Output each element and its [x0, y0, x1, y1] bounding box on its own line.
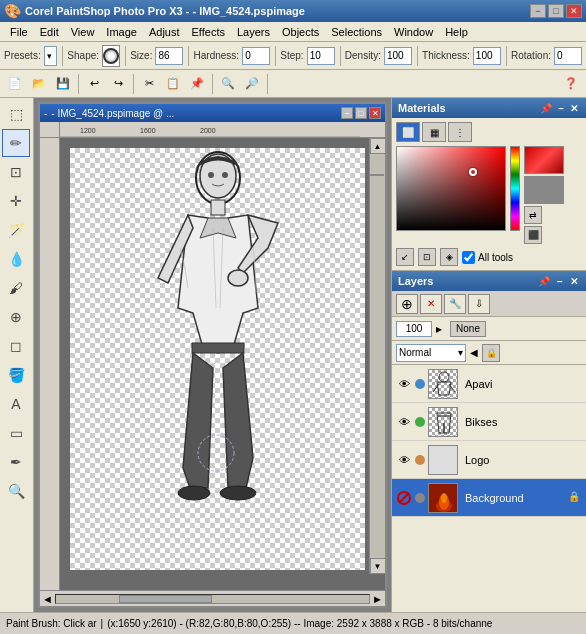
zoom-out-button[interactable]: 🔎 — [241, 73, 263, 95]
layer-item-bikses[interactable]: 👁 Bikses — [392, 403, 586, 441]
zoom-tool[interactable]: 🔍 — [2, 477, 30, 505]
rotation-input[interactable] — [554, 47, 582, 65]
doc-restore-button[interactable]: □ — [355, 107, 367, 119]
hue-slider[interactable] — [510, 146, 520, 231]
fill-tool[interactable]: 🪣 — [2, 361, 30, 389]
none-button[interactable]: None — [450, 321, 486, 337]
text-tool[interactable]: A — [2, 390, 30, 418]
materials-close-button[interactable]: ✕ — [568, 103, 580, 114]
all-tools-checkbox-label[interactable]: All tools — [462, 251, 513, 264]
mat-tool3[interactable]: ◈ — [440, 248, 458, 266]
mat-tab-gradient[interactable]: ▦ — [422, 122, 446, 142]
magic-wand-tool[interactable]: 🪄 — [2, 216, 30, 244]
layer-properties-button[interactable]: 🔧 — [444, 294, 466, 314]
doc-close-button[interactable]: ✕ — [369, 107, 381, 119]
redo-button[interactable]: ↪ — [107, 73, 129, 95]
lock-button[interactable]: 🔒 — [482, 344, 500, 362]
close-button[interactable]: ✕ — [566, 4, 582, 18]
paste-button[interactable]: 📌 — [186, 73, 208, 95]
swap-colors-button[interactable]: ⇄ — [524, 206, 542, 224]
zoom-in-button[interactable]: 🔍 — [217, 73, 239, 95]
foreground-swatch[interactable] — [524, 146, 564, 174]
merge-layers-button[interactable]: ⇩ — [468, 294, 490, 314]
size-input[interactable] — [155, 47, 183, 65]
step-input[interactable] — [307, 47, 335, 65]
hscroll-thumb[interactable] — [119, 595, 213, 603]
dropper-tool[interactable]: 💧 — [2, 245, 30, 273]
menu-file[interactable]: File — [4, 24, 34, 40]
layer-visibility-apavi[interactable]: 👁 — [396, 376, 412, 392]
presets-dropdown[interactable]: ▾ — [44, 46, 58, 66]
menu-effects[interactable]: Effects — [186, 24, 231, 40]
canvas-scroll-area[interactable]: ▲ ▼ — [60, 138, 385, 590]
layer-item-background[interactable]: Background 🔒 — [392, 479, 586, 517]
minimize-button[interactable]: − — [530, 4, 546, 18]
doc-min-button[interactable]: − — [341, 107, 353, 119]
scroll-track[interactable] — [370, 154, 385, 558]
menu-image[interactable]: Image — [100, 24, 143, 40]
eraser-tool[interactable]: ◻ — [2, 332, 30, 360]
menu-window[interactable]: Window — [388, 24, 439, 40]
delete-layer-button[interactable]: ✕ — [420, 294, 442, 314]
horizontal-scrollbar[interactable]: ◄ ► — [40, 590, 385, 606]
layers-list[interactable]: 👁 Apavi 👁 — [392, 365, 586, 612]
background-swatch[interactable] — [524, 176, 564, 204]
layers-close-button[interactable]: ✕ — [568, 276, 580, 287]
save-button[interactable]: 💾 — [52, 73, 74, 95]
select-tool[interactable]: ⬚ — [2, 100, 30, 128]
density-input[interactable] — [384, 47, 412, 65]
layer-item-logo[interactable]: 👁 Logo — [392, 441, 586, 479]
move-tool[interactable]: ✛ — [2, 187, 30, 215]
menu-objects[interactable]: Objects — [276, 24, 325, 40]
scroll-thumb[interactable] — [370, 174, 384, 176]
layer-visibility-logo[interactable]: 👁 — [396, 452, 412, 468]
new-layer-button[interactable]: ⊕ — [396, 294, 418, 314]
scroll-up-arrow[interactable]: ▲ — [370, 138, 386, 154]
main-toolbar: 📄 📂 💾 ↩ ↪ ✂ 📋 📌 🔍 🔎 ❓ — [0, 70, 586, 98]
hscroll-right-arrow[interactable]: ► — [372, 593, 383, 605]
all-tools-checkbox[interactable] — [462, 251, 475, 264]
layer-visibility-background[interactable] — [396, 490, 412, 506]
menu-edit[interactable]: Edit — [34, 24, 65, 40]
pen-tool[interactable]: ✒ — [2, 448, 30, 476]
hscroll-left-arrow[interactable]: ◄ — [42, 593, 53, 605]
vertical-scrollbar[interactable]: ▲ ▼ — [369, 138, 385, 574]
maximize-button[interactable]: □ — [548, 4, 564, 18]
menu-selections[interactable]: Selections — [325, 24, 388, 40]
thickness-input[interactable] — [473, 47, 501, 65]
mat-tab-color[interactable]: ⬜ — [396, 122, 420, 142]
blend-mode-dropdown[interactable]: Normal ▾ — [396, 344, 466, 362]
mat-tool1[interactable]: ↙ — [396, 248, 414, 266]
crop-tool[interactable]: ⊡ — [2, 158, 30, 186]
menu-view[interactable]: View — [65, 24, 101, 40]
hardness-input[interactable] — [242, 47, 270, 65]
clone-tool[interactable]: ⊕ — [2, 303, 30, 331]
copy-button[interactable]: 📋 — [162, 73, 184, 95]
color-picker[interactable] — [396, 146, 506, 231]
menu-layers[interactable]: Layers — [231, 24, 276, 40]
mat-tab-pattern[interactable]: ⋮ — [448, 122, 472, 142]
menu-help[interactable]: Help — [439, 24, 474, 40]
mat-tool2[interactable]: ⊡ — [418, 248, 436, 266]
scroll-down-arrow[interactable]: ▼ — [370, 558, 386, 574]
layers-pin-button[interactable]: 📌 — [536, 276, 552, 287]
layers-min-button[interactable]: − — [555, 276, 565, 287]
layer-visibility-bikses[interactable]: 👁 — [396, 414, 412, 430]
hscroll-track[interactable] — [55, 594, 370, 604]
shapes-tool[interactable]: ▭ — [2, 419, 30, 447]
open-button[interactable]: 📂 — [28, 73, 50, 95]
undo-button[interactable]: ↩ — [83, 73, 105, 95]
eye-blocked-icon — [397, 491, 411, 505]
shape-preview[interactable] — [102, 45, 120, 67]
reset-colors-button[interactable]: ⬛ — [524, 226, 542, 244]
opacity-input[interactable] — [396, 321, 432, 337]
new-button[interactable]: 📄 — [4, 73, 26, 95]
help-button[interactable]: ❓ — [560, 73, 582, 95]
materials-min-button[interactable]: − — [556, 103, 566, 114]
materials-pin-button[interactable]: 📌 — [538, 103, 554, 114]
menu-adjust[interactable]: Adjust — [143, 24, 186, 40]
freehand-tool[interactable]: ✏ — [2, 129, 30, 157]
paint-brush-tool[interactable]: 🖌 — [2, 274, 30, 302]
cut-button[interactable]: ✂ — [138, 73, 160, 95]
layer-item-apavi[interactable]: 👁 Apavi — [392, 365, 586, 403]
